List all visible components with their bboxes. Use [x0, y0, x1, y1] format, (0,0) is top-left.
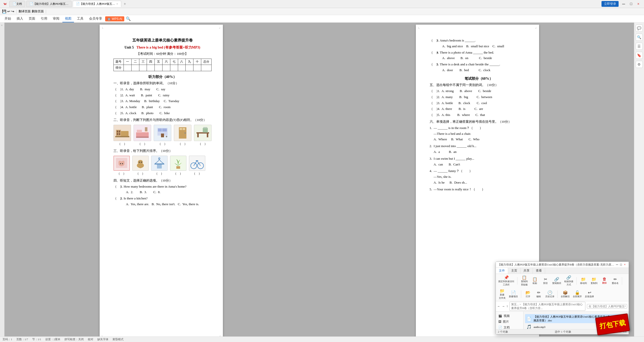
fm-btn-pasteshortcut[interactable]: 🔗 粘贴快捷方式	[563, 275, 574, 287]
img-label-1: （ ）	[118, 142, 127, 146]
fm-btn-edit[interactable]: ✏ 编辑	[534, 290, 543, 299]
q6-4: 4. — ______ funny？（ ） —Yes, she is. A. I…	[430, 168, 528, 185]
audio-file-name: audio.mp3	[534, 325, 545, 328]
fm-sidebar-docs[interactable]: 📄 文档	[496, 325, 523, 329]
score-header-total: 总分	[201, 59, 211, 65]
score-4[interactable]	[147, 65, 155, 71]
score-7[interactable]	[170, 65, 178, 71]
svg-rect-3	[119, 131, 120, 133]
pin-icon: 📌	[504, 275, 509, 280]
save-icon[interactable]: 💾	[2, 9, 6, 14]
score-2[interactable]	[131, 65, 139, 71]
fm-restore[interactable]: □	[619, 263, 623, 267]
ribbon-tab-insert[interactable]: 插入	[14, 15, 26, 22]
feedback-icon: ↩	[588, 290, 591, 295]
fm-btn-paste[interactable]: 📋 粘贴	[530, 276, 540, 285]
fm-btn-moveto[interactable]: 📁 移动到	[579, 276, 588, 285]
score-total[interactable]	[201, 65, 211, 71]
group6: 六、单项选择，将正确答案的标号填在括号里。（10分） 1. — ______ i…	[430, 119, 528, 192]
score-5[interactable]	[155, 65, 163, 71]
img3-col-4: （ ）	[170, 156, 186, 176]
score-8[interactable]	[178, 65, 186, 71]
ribbon-tab-view[interactable]: 视图	[62, 15, 74, 22]
group3: 三、听录音，给下列图片排序。（10分）	[113, 148, 212, 176]
sidebar-settings-btn[interactable]: ⚙	[636, 61, 643, 68]
ribbon-tab-start[interactable]: 开始	[2, 15, 14, 22]
sep2	[576, 277, 577, 285]
img-label-3: （ ）	[158, 142, 167, 146]
login-btn[interactable]: 立即登录	[601, 1, 619, 7]
fm-btn-pin[interactable]: 📌 固定到快速访问工具栏	[497, 275, 515, 287]
img3-col-3: （ ）	[151, 156, 168, 176]
sidebar-nav-btn[interactable]: ☰	[636, 43, 643, 50]
restore-btn[interactable]: □	[629, 2, 634, 6]
fm-btn-copy-clip[interactable]: 📋 复制到剪贴板	[519, 275, 529, 287]
ribbon-tab-ref[interactable]: 引用	[38, 15, 50, 22]
ribbon-tab-tools[interactable]: 工具	[74, 15, 86, 22]
fm-btn-extractall[interactable]: 📦 全部解压	[560, 290, 571, 299]
delete-page-btn[interactable]: 删除页面	[32, 9, 44, 14]
sidebar-bookmark-btn[interactable]: 🔖	[636, 52, 643, 59]
fm-search-input[interactable]	[587, 304, 627, 309]
score-9[interactable]	[186, 65, 193, 71]
doc-title: 五年级英语上册单元核心素养提升卷	[113, 37, 212, 43]
sidebar-search-btn[interactable]: 🔍	[636, 34, 643, 41]
fm-btn-expandall[interactable]: 🔓 全部展开	[572, 290, 583, 299]
svg-point-38	[139, 162, 140, 163]
wps-ai-btn[interactable]: 🤖 WPS AI	[105, 16, 124, 21]
fm-selected: 选中 1 个对象	[555, 330, 571, 334]
translate-btn[interactable]: 翻译页面	[19, 9, 31, 14]
status-page: 页码：1	[3, 337, 12, 341]
undo-icon[interactable]: ↩	[7, 9, 10, 14]
group1-label: 一、听录音，选择你所听到的单词。（10分）	[113, 81, 212, 86]
score-10[interactable]	[193, 65, 201, 71]
fm-forward-btn[interactable]: →	[502, 305, 505, 308]
fm-sidebar-images[interactable]: 🖼 图片	[496, 319, 523, 325]
fm-tab-view[interactable]: 查看	[533, 268, 545, 274]
svg-rect-19	[180, 128, 182, 130]
ribbon-tab-member[interactable]: 会员专享	[87, 15, 105, 22]
fm-sidebar-video[interactable]: 🎬 视频	[496, 313, 523, 319]
fm-btn-history[interactable]: 🕐 历史记录	[544, 290, 555, 299]
fm-btn-rename[interactable]: ✏ 重命名	[610, 276, 620, 285]
close-btn[interactable]: ×	[636, 2, 641, 6]
ribbon-tab-page[interactable]: 页面	[26, 15, 38, 22]
fm-btn-copypath[interactable]: 🔗 复制路径	[551, 276, 562, 285]
fm-tab-file[interactable]: 文件	[496, 268, 508, 274]
fm-up-btn[interactable]: ↑	[506, 305, 508, 308]
copy-icon: 📋	[522, 275, 527, 280]
redo-icon[interactable]: ↪	[11, 9, 14, 14]
fm-btn-newitem[interactable]: 📄 新建项目	[508, 290, 519, 299]
tab-close-btn[interactable]: ×	[116, 3, 118, 5]
sidebar-comments-btn[interactable]: 💬	[636, 25, 643, 32]
tab-doc1[interactable]: 📄 文档	[9, 1, 25, 7]
fm-minimize[interactable]: ─	[615, 263, 619, 267]
svg-rect-22	[197, 134, 199, 137]
group4: 四、听短文，选择正确的选项。（10分） （ ）1. How many bedro…	[113, 178, 212, 207]
minimize-btn[interactable]: ─	[621, 2, 626, 6]
search-icon[interactable]: 🔍	[126, 16, 131, 21]
score-3[interactable]	[139, 65, 147, 71]
fm-btn-delete[interactable]: 🗑 删除	[600, 276, 609, 285]
tab-doc3[interactable]: 📄 【能力培优】人教PEP版五年... ×	[73, 1, 121, 7]
fm-btn-feedback[interactable]: ↩ 反馈选择	[584, 290, 595, 299]
fm-btn-cut[interactable]: ✂ 剪切	[541, 276, 550, 285]
fm-back-btn[interactable]: ←	[497, 305, 500, 308]
score-header-8: 八	[178, 59, 186, 65]
tab-doc2[interactable]: 📄 【能力培优】人教PEP版五年级上册...	[26, 1, 72, 7]
fm-tab-share[interactable]: 共享	[520, 268, 533, 274]
fm-btn-copyto[interactable]: 📁 复制到	[589, 276, 599, 285]
score-1[interactable]	[124, 65, 132, 71]
tab-add-btn[interactable]: +	[122, 2, 128, 6]
fm-btn-open[interactable]: 📂 打开	[523, 290, 533, 299]
q1-1: （ ） 1. A. day B. may C. say	[113, 87, 212, 92]
img-bedroom1	[113, 125, 131, 141]
fm-close-btn[interactable]: ×	[623, 263, 627, 267]
fm-btn-newfolder[interactable]: 📁 新建文件夹	[497, 288, 507, 300]
ribbon-tab-review[interactable]: 审阅	[50, 15, 62, 22]
section2-title: 笔试部分（60%）	[430, 76, 528, 81]
unit-label: Unit 5	[125, 46, 134, 49]
outline-toggle[interactable]: ≡	[0, 23, 4, 28]
score-6[interactable]	[162, 65, 170, 71]
fm-tab-home[interactable]: 主页	[508, 268, 520, 274]
